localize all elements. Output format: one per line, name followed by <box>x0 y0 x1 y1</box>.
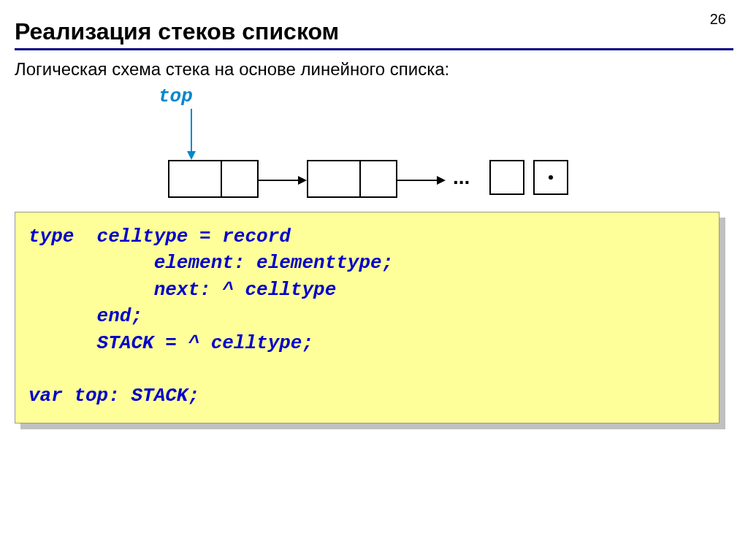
arrow-down-icon <box>184 109 199 161</box>
slide-subtitle: Логическая схема стека на основе линейно… <box>15 59 733 80</box>
arrow-right-icon <box>396 176 447 185</box>
slide-title: Реализация стеков списком <box>15 18 733 45</box>
title-underline <box>15 48 733 50</box>
svg-marker-1 <box>187 151 196 160</box>
node-data-cell <box>308 161 361 196</box>
node-pointer-cell <box>222 161 257 196</box>
page-number: 26 <box>710 11 726 28</box>
list-node-2 <box>307 160 397 198</box>
list-node-tail-data <box>489 160 524 195</box>
top-pointer-label: top <box>159 85 193 107</box>
list-node-tail-ptr <box>533 160 568 195</box>
pascal-code-block: type celltype = record element: elementt… <box>15 212 720 423</box>
null-pointer-dot <box>549 175 553 180</box>
arrow-right-icon <box>257 176 308 185</box>
svg-marker-5 <box>437 176 446 185</box>
node-pointer-cell <box>361 161 396 196</box>
node-data-cell <box>169 161 222 196</box>
list-node-1 <box>168 160 259 198</box>
ellipsis: ... <box>453 166 470 189</box>
svg-marker-3 <box>298 176 307 185</box>
linked-list-diagram: top ... <box>15 85 733 217</box>
